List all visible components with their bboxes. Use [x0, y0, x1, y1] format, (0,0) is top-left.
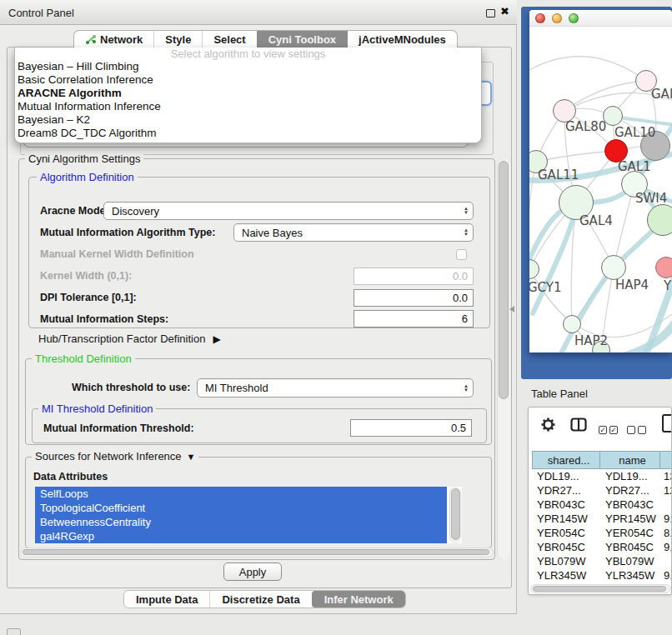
list-scrollbar-thumb[interactable] [451, 488, 460, 540]
table-window: shared... name A YDL19...YDL19...13YDR27… [528, 407, 672, 595]
tab-discretize-data[interactable]: Discretize Data [209, 591, 311, 608]
mi-threshold-definition-title: MI Threshold Definition [38, 402, 156, 415]
column-header[interactable]: name [600, 451, 660, 469]
which-threshold-label: Which threshold to use: [72, 382, 190, 393]
settings-scrollbar-track[interactable] [497, 158, 510, 560]
network-node[interactable] [647, 204, 672, 236]
network-node-label: GCY1 [529, 280, 562, 295]
kernel-width-field[interactable]: 0.0 [354, 268, 474, 285]
close-icon[interactable] [500, 5, 509, 18]
tab-impute-data[interactable]: Impute Data [124, 591, 209, 608]
unchecked-box-icon [638, 426, 646, 434]
column-header[interactable]: A [660, 451, 672, 469]
network-node-label: GAL10 [614, 125, 655, 140]
attribute-item-selected[interactable]: BetweennessCentrality [35, 515, 447, 529]
dpi-tolerance-field[interactable]: 0.0 [354, 289, 474, 307]
hide-columns-icon[interactable] [627, 422, 649, 437]
network-window-titlebar[interactable] [529, 10, 672, 27]
list-scrollbar-track[interactable] [449, 487, 462, 543]
table-panel-title: Table Panel [531, 388, 588, 400]
table-cell: YBR043C [532, 498, 600, 512]
network-node-label: HAP4 [615, 278, 649, 292]
table-row[interactable]: YDR27...YDR27...12 [532, 483, 672, 498]
attribute-item-selected[interactable]: gal4RGexp [35, 529, 447, 543]
tab-select[interactable]: Select [202, 31, 256, 48]
zoom-traffic-light[interactable] [569, 13, 579, 23]
dropdown-item[interactable]: Dream8 DC_TDC Algorithm [15, 127, 481, 140]
network-node-label: GAL11 [538, 168, 579, 182]
table-row[interactable]: YBL079WYBL079W [532, 554, 672, 568]
dpi-tolerance-label: DPI Tolerance [0,1]: [40, 292, 137, 303]
attribute-item-selected[interactable]: TopologicalCoefficient [35, 501, 447, 515]
table-hscrollbar-thumb[interactable] [533, 586, 666, 592]
network-node-label: GAL4 [579, 213, 613, 228]
table-row[interactable]: YBR045CYBR045C9. [532, 540, 672, 554]
network-node[interactable] [655, 257, 672, 278]
table-header: shared... name A [532, 451, 672, 469]
tab-label: Style [165, 33, 191, 46]
settings-hscrollbar-thumb[interactable] [23, 549, 489, 555]
minimize-traffic-light[interactable] [552, 13, 562, 23]
show-columns-icon[interactable] [599, 422, 620, 437]
dropdown-prompt: Select algorithm to view settings [15, 48, 481, 60]
which-threshold-value: MI Threshold [198, 382, 459, 394]
table-cell: 9. [660, 540, 672, 554]
hub-definition-label: Hub/Transcription Factor Definition [38, 332, 205, 345]
manual-kernel-checkbox[interactable] [456, 249, 467, 260]
aracne-mode-value: Discovery [104, 205, 459, 218]
data-attributes-list: SelfLoops TopologicalCoefficient Between… [35, 487, 462, 543]
network-window[interactable]: GALGAL80GAL10GAL11GAL1SWI4GAL4GCY1HAP4YH… [529, 10, 672, 352]
tab-network[interactable]: Network [74, 31, 153, 48]
table-cell: 9. [660, 568, 672, 582]
mi-type-select[interactable]: Naive Bayes [233, 223, 474, 242]
splitter-arrow-icon[interactable] [509, 306, 514, 312]
dropdown-item-aracne[interactable]: ARACNE Algorithm [15, 87, 481, 100]
table-row[interactable]: YBR043CYBR043C [532, 498, 672, 512]
table-cell: YBL079W [600, 554, 660, 568]
table-row[interactable]: YLR345WYLR345W9. [532, 568, 672, 582]
dropdown-item[interactable]: Mutual Information Inference [15, 100, 481, 113]
mi-steps-field[interactable]: 6 [354, 310, 474, 328]
table-row[interactable]: YPR145WYPR145W9. [532, 512, 672, 526]
mi-threshold-field[interactable]: 0.5 [350, 419, 472, 437]
settings-scrollbar-thumb[interactable] [499, 161, 509, 399]
checked-box-icon [609, 426, 618, 434]
table-cell: YBR045C [600, 540, 660, 554]
table-row[interactable]: YER054CYER054C8. [532, 526, 672, 540]
float-window-icon[interactable] [486, 9, 495, 18]
table-hscrollbar-track[interactable] [530, 584, 671, 593]
dropdown-item[interactable]: Bayesian – Hill Climbing [15, 60, 481, 73]
tab-cyni-toolbox[interactable]: Cyni Toolbox [257, 31, 347, 48]
column-header[interactable]: shared... [532, 451, 600, 469]
apply-label: Apply [239, 566, 267, 578]
table-row[interactable]: YDL19...YDL19...13 [532, 469, 672, 483]
table-cell: YDL19... [600, 469, 660, 483]
network-node[interactable] [601, 255, 626, 280]
tab-style[interactable]: Style [153, 31, 202, 48]
tab-jactivemnodules[interactable]: jActiveMNodules [347, 31, 457, 48]
tab-infer-network[interactable]: Infer Network [312, 591, 405, 608]
table-cell: 9. [660, 512, 672, 526]
aracne-mode-select[interactable]: Discovery [103, 202, 474, 220]
algorithm-dropdown-list: Select algorithm to view settings Bayesi… [14, 48, 482, 143]
close-traffic-light[interactable] [535, 13, 545, 23]
dropdown-item[interactable]: Bayesian – K2 [15, 113, 481, 127]
apply-button[interactable]: Apply [223, 562, 282, 581]
mi-type-value: Naive Bayes [234, 227, 459, 239]
attribute-item-selected[interactable]: SelfLoops [35, 487, 447, 501]
hub-definition-toggle[interactable]: Hub/Transcription Factor Definition [38, 332, 221, 345]
settings-hscrollbar-track[interactable] [20, 548, 494, 558]
gear-icon[interactable] [540, 417, 556, 432]
tab-label: Infer Network [324, 593, 394, 606]
network-canvas[interactable]: GALGAL80GAL10GAL11GAL1SWI4GAL4GCY1HAP4YH… [529, 27, 672, 352]
which-threshold-select[interactable]: MI Threshold [197, 378, 474, 398]
minimized-panel-icon[interactable] [7, 628, 21, 635]
mi-threshold-label: Mutual Information Threshold: [43, 422, 194, 434]
sources-title[interactable]: Sources for Network Inference [32, 450, 198, 462]
threshold-definition-title: Threshold Definition [32, 352, 135, 365]
network-node[interactable] [563, 315, 581, 333]
split-columns-icon[interactable] [570, 418, 587, 432]
dropdown-item[interactable]: Basic Correlation Inference [15, 73, 481, 87]
table-doc-icon[interactable] [662, 414, 672, 432]
table-cell: YPR145W [600, 512, 660, 526]
